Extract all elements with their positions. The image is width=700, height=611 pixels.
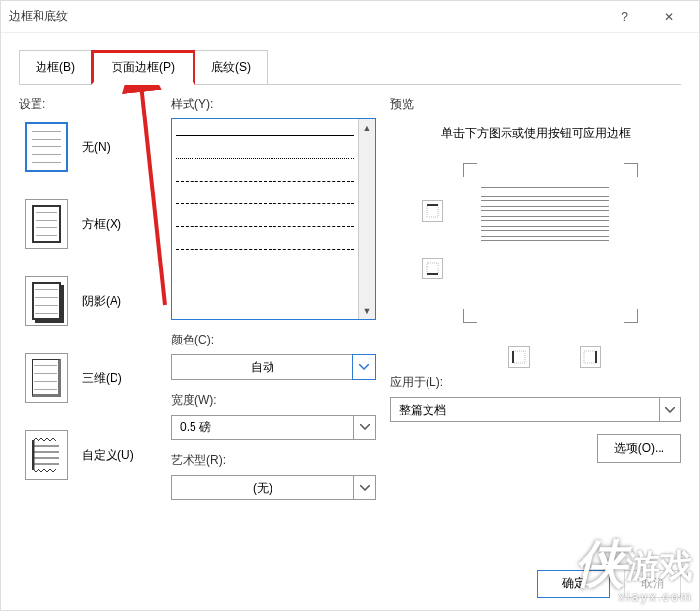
preview-hint: 单击下方图示或使用按钮可应用边框 bbox=[390, 118, 681, 163]
style-listbox[interactable]: ▲ ▼ bbox=[171, 118, 376, 320]
svg-rect-2 bbox=[427, 205, 438, 217]
style-dashed-l[interactable] bbox=[176, 226, 354, 227]
tab-shading[interactable]: 底纹(S) bbox=[194, 50, 268, 85]
style-dashdot[interactable] bbox=[176, 249, 354, 250]
setting-box[interactable]: 方框(X) bbox=[25, 199, 157, 249]
width-label: 宽度(W): bbox=[171, 392, 376, 409]
color-label: 颜色(C): bbox=[171, 332, 376, 348]
svg-rect-4 bbox=[427, 263, 438, 274]
help-button[interactable]: ? bbox=[602, 2, 647, 32]
apply-to-combo[interactable]: 整篇文档 bbox=[390, 397, 681, 422]
apply-to-label: 应用于(L): bbox=[390, 374, 681, 391]
scrollbar[interactable]: ▲ ▼ bbox=[358, 119, 375, 319]
style-label: 样式(Y): bbox=[171, 96, 376, 113]
cancel-button[interactable]: 取消 bbox=[624, 570, 681, 598]
border-top-button[interactable] bbox=[422, 200, 443, 222]
art-combo[interactable]: (无) bbox=[171, 475, 376, 500]
setting-custom[interactable]: 自定义(U) bbox=[25, 430, 157, 480]
setting-none[interactable]: 无(N) bbox=[25, 122, 157, 172]
tab-border[interactable]: 边框(B) bbox=[19, 50, 92, 85]
preview-page bbox=[481, 187, 609, 246]
style-dashed-m[interactable] bbox=[176, 203, 354, 204]
scroll-down-icon[interactable]: ▼ bbox=[359, 302, 375, 319]
corner-br bbox=[624, 309, 638, 323]
style-dashed-s[interactable] bbox=[176, 181, 354, 182]
style-dotted[interactable] bbox=[176, 158, 354, 159]
chevron-down-icon[interactable] bbox=[353, 416, 375, 439]
svg-rect-6 bbox=[513, 351, 525, 363]
chevron-down-icon[interactable] bbox=[353, 476, 375, 499]
border-bottom-button[interactable] bbox=[422, 258, 443, 279]
close-button[interactable]: ✕ bbox=[647, 2, 691, 32]
title-bar: 边框和底纹 ? ✕ bbox=[1, 1, 699, 33]
settings-label: 设置: bbox=[19, 96, 157, 113]
svg-rect-8 bbox=[584, 351, 596, 363]
tabs: 边框(B) 页面边框(P) 底纹(S) bbox=[1, 33, 699, 85]
setting-shadow[interactable]: 阴影(A) bbox=[25, 276, 157, 326]
options-button[interactable]: 选项(O)... bbox=[597, 434, 681, 463]
scroll-up-icon[interactable]: ▲ bbox=[359, 119, 375, 136]
corner-bl bbox=[463, 309, 477, 323]
color-combo[interactable]: 自动 bbox=[171, 354, 376, 380]
border-right-button[interactable] bbox=[580, 346, 601, 368]
tab-page-border[interactable]: 页面边框(P) bbox=[91, 50, 195, 85]
width-combo[interactable]: 0.5 磅 bbox=[171, 415, 376, 440]
chevron-down-icon[interactable] bbox=[659, 398, 680, 421]
preview-label: 预览 bbox=[390, 96, 681, 113]
chevron-down-icon[interactable] bbox=[352, 354, 376, 380]
preview-area[interactable] bbox=[390, 163, 681, 360]
art-label: 艺术型(R): bbox=[171, 452, 376, 469]
style-solid[interactable] bbox=[176, 135, 354, 136]
setting-3d[interactable]: 三维(D) bbox=[25, 353, 157, 403]
ok-button[interactable]: 确定 bbox=[537, 570, 610, 598]
corner-tr bbox=[624, 163, 638, 177]
border-left-button[interactable] bbox=[508, 346, 530, 368]
corner-tl bbox=[463, 163, 477, 177]
dialog-title: 边框和底纹 bbox=[9, 8, 602, 25]
